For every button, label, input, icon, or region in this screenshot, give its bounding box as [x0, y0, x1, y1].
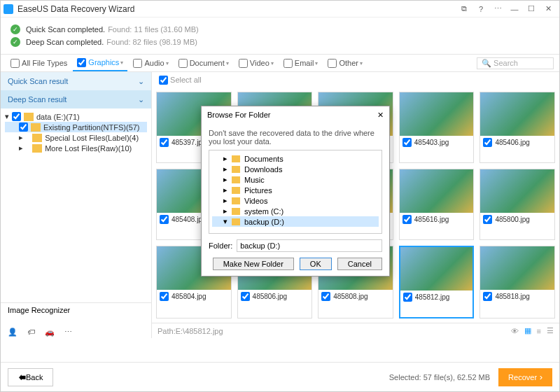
thumbnail-card[interactable]: 485800.jpg: [479, 169, 555, 240]
browser-node[interactable]: ▸ Pictures: [212, 185, 379, 195]
browse-folder-dialog: Browse For Folder ✕ Don't save the recov…: [201, 106, 390, 276]
browser-node[interactable]: ▸ Videos: [212, 195, 379, 206]
deep-scan-header[interactable]: Deep Scan result⌄: [1, 90, 151, 108]
image-recognizer-label: Image Recognizer: [1, 302, 151, 326]
tree-node[interactable]: ▸ More Lost Files(Raw)(10): [5, 143, 147, 153]
filter-other[interactable]: Other▾: [323, 55, 367, 71]
close-icon[interactable]: ✕: [377, 111, 384, 120]
recover-button[interactable]: Recover ›: [498, 368, 552, 386]
browser-node[interactable]: ▸ Downloads: [212, 164, 379, 174]
detail-view-icon[interactable]: ☰: [547, 326, 554, 335]
app-logo: [4, 4, 13, 14]
browser-node[interactable]: ▸ Documents: [212, 153, 379, 164]
browser-node[interactable]: ▸ Music: [212, 174, 379, 185]
dialog-title: Browse For Folder: [207, 111, 270, 119]
make-new-folder-button[interactable]: Make New Folder: [213, 258, 294, 270]
thumbnail-card[interactable]: 485403.jpg: [399, 92, 475, 163]
menu-icon[interactable]: ⋯: [489, 1, 506, 18]
drive-icon: [24, 113, 34, 121]
back-button[interactable]: 🡄 Back: [8, 368, 53, 386]
list-view-icon[interactable]: ≡: [537, 327, 541, 335]
person-icon[interactable]: 👤: [8, 328, 18, 337]
deep-scan-status: ✓ Deep Scan completed. Found: 82 files (…: [10, 37, 550, 47]
thumbnail-card[interactable]: 485818.jpg: [479, 246, 555, 318]
dialog-hint: Don't save the recovered data to the dri…: [209, 129, 382, 146]
thumbnail-card[interactable]: 485616.jpg: [399, 169, 475, 240]
check-icon: ✓: [10, 24, 20, 34]
quick-scan-status: ✓ Quick Scan completed. Found: 11 files …: [10, 24, 550, 34]
cancel-button[interactable]: Cancel: [337, 258, 382, 270]
filter-graphics[interactable]: Graphics▾: [73, 55, 127, 71]
search-input[interactable]: 🔍 Search: [477, 57, 554, 69]
filter-all[interactable]: All File Types: [6, 55, 71, 71]
folder-browser-tree[interactable]: ▸ Documents▸ Downloads▸ Music▸ Pictures▸…: [209, 150, 382, 234]
filter-email[interactable]: Email▾: [279, 55, 323, 71]
browser-node[interactable]: ▸ system (C:): [212, 206, 379, 216]
folder-input[interactable]: [237, 239, 382, 252]
check-icon: ✓: [10, 37, 20, 47]
thumbnail-card[interactable]: 485406.jpg: [479, 92, 555, 163]
car-icon[interactable]: 🚗: [45, 328, 55, 337]
ok-button[interactable]: OK: [300, 258, 332, 270]
path-label: Path:E:\485812.jpg: [158, 327, 223, 335]
tree-node[interactable]: Existing Partition(NTFS)(57): [5, 122, 147, 132]
select-all[interactable]: Select all: [152, 72, 559, 88]
folder-tree[interactable]: ▾ data (E:)(71) Existing Partition(NTFS)…: [1, 108, 151, 302]
tree-root[interactable]: ▾ data (E:)(71): [5, 111, 147, 122]
filter-document[interactable]: Document▾: [174, 55, 233, 71]
eye-icon[interactable]: 👁: [511, 327, 519, 335]
thumbnail-card[interactable]: 485812.jpg: [399, 246, 475, 318]
browser-node[interactable]: ▾ backup (D:): [212, 216, 379, 227]
folder-icon: [31, 123, 41, 132]
folder-icon: [32, 134, 42, 142]
folder-label: Folder:: [209, 241, 232, 250]
tag-icon[interactable]: 🏷: [27, 328, 35, 337]
share-icon[interactable]: ⧉: [456, 1, 472, 18]
filter-video[interactable]: Video▾: [234, 55, 278, 71]
search-icon: 🔍: [482, 59, 491, 68]
folder-icon: [32, 144, 42, 153]
app-title: EaseUS Data Recovery Wizard: [18, 4, 134, 14]
close-icon[interactable]: ✕: [540, 1, 556, 18]
grid-view-icon[interactable]: ▦: [524, 326, 531, 335]
maximize-icon[interactable]: ☐: [523, 1, 540, 18]
more-icon[interactable]: ⋯: [64, 328, 72, 337]
help-icon[interactable]: ?: [472, 1, 489, 18]
quick-scan-header[interactable]: Quick Scan result⌄: [1, 72, 151, 90]
selection-summary: Selected: 57 file(s), 62.52 MB: [389, 373, 490, 382]
filter-audio[interactable]: Audio▾: [129, 55, 172, 71]
minimize-icon[interactable]: —: [506, 1, 523, 18]
tree-node[interactable]: ▸ Special Lost Files(Label)(4): [5, 132, 147, 143]
